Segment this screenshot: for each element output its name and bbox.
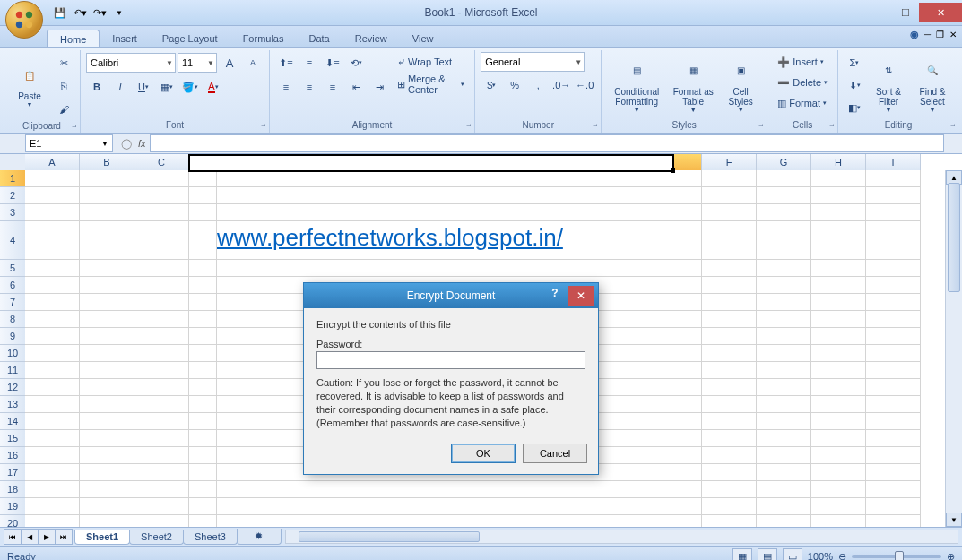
cell[interactable] [811,515,866,527]
cell[interactable] [80,170,134,187]
cell[interactable] [189,379,217,396]
cell[interactable] [866,277,921,294]
scroll-thumb[interactable] [948,183,960,292]
bold-button[interactable]: B [86,76,108,98]
cell[interactable] [811,430,866,447]
cell[interactable] [702,294,757,311]
minimize-button[interactable]: ─ [865,3,892,22]
cell[interactable] [134,447,189,464]
cell[interactable] [866,170,921,187]
percent-icon[interactable]: % [504,74,525,96]
cell[interactable] [80,187,134,204]
cell[interactable] [811,294,866,311]
fill-color-icon[interactable]: 🪣▾ [179,76,201,98]
cell[interactable] [866,413,921,430]
select-all-corner[interactable] [0,154,26,171]
increase-indent-icon[interactable]: ⇥ [368,76,390,98]
office-button[interactable] [5,1,43,39]
col-header-E[interactable]: E [217,154,702,171]
new-sheet-button[interactable]: ✹ [237,529,282,545]
cell[interactable] [80,498,134,515]
cell[interactable] [866,430,921,447]
cell[interactable] [134,379,189,396]
cell[interactable] [25,447,80,464]
cell[interactable] [134,294,189,311]
delete-cells-button[interactable]: ➖Delete▾ [773,73,832,92]
cell[interactable] [80,260,134,277]
tab-view[interactable]: View [400,30,446,47]
password-input[interactable] [316,351,585,369]
cell[interactable] [80,294,134,311]
col-header-D[interactable]: D [189,154,217,171]
paste-button[interactable]: 📋 Paste▼ [9,52,50,116]
cell[interactable] [866,311,921,328]
cell[interactable] [757,260,811,277]
find-select-button[interactable]: 🔍Find & Select▼ [912,52,953,116]
format-painter-icon[interactable]: 🖌 [53,99,74,120]
cell[interactable] [134,311,189,328]
cell[interactable] [702,260,757,277]
cell[interactable] [25,430,80,447]
cell[interactable] [866,328,921,345]
row-header-2[interactable]: 2 [0,187,26,204]
sheet-tab-sheet2[interactable]: Sheet2 [129,530,184,545]
cell[interactable] [811,464,866,481]
align-right-icon[interactable]: ≡ [322,76,343,98]
cell[interactable] [80,362,134,379]
cell[interactable] [189,204,217,221]
row-header-20[interactable]: 20 [0,515,26,527]
cell[interactable] [80,430,134,447]
tab-page-layout[interactable]: Page Layout [150,30,230,47]
border-icon[interactable]: ▦▾ [156,76,178,98]
wrap-text-button[interactable]: ⤶Wrap Text [393,52,469,72]
hscroll-thumb[interactable] [299,531,480,542]
ok-button[interactable]: OK [451,444,516,463]
row-header-10[interactable]: 10 [0,345,26,362]
zoom-level[interactable]: 100% [808,551,833,560]
cut-icon[interactable]: ✂ [53,52,74,73]
cell[interactable] [702,379,757,396]
comma-icon[interactable]: , [527,74,549,96]
restore-window-icon[interactable]: ❐ [936,30,944,39]
underline-button[interactable]: U▾ [133,76,154,98]
align-bottom-icon[interactable]: ⬇≡ [322,52,343,73]
cell[interactable] [189,345,217,362]
cell[interactable] [866,345,921,362]
cell[interactable] [189,260,217,277]
cell[interactable] [866,362,921,379]
tab-formulas[interactable]: Formulas [230,30,297,47]
cell[interactable] [757,221,811,260]
cell[interactable] [757,515,811,527]
cell[interactable] [134,430,189,447]
cell[interactable] [134,396,189,413]
cell[interactable] [866,447,921,464]
dialog-close-button[interactable]: ✕ [568,286,594,306]
dialog-titlebar[interactable]: Encrypt Document ? ✕ [304,283,598,308]
cell[interactable] [134,187,189,204]
cell[interactable] [757,464,811,481]
cell[interactable] [811,498,866,515]
close-button[interactable]: ✕ [919,3,962,22]
cell[interactable] [25,170,80,187]
sheet-prev-icon[interactable]: ◀ [21,529,39,545]
col-header-I[interactable]: I [866,154,921,171]
row-header-14[interactable]: 14 [0,413,26,430]
cell[interactable] [866,464,921,481]
cell[interactable] [866,204,921,221]
cell[interactable] [217,260,702,277]
cell[interactable] [757,187,811,204]
row-header-7[interactable]: 7 [0,294,26,311]
cell[interactable] [702,498,757,515]
cell[interactable] [134,362,189,379]
cell[interactable] [757,498,811,515]
row-header-9[interactable]: 9 [0,328,26,345]
cell[interactable] [134,481,189,498]
cell[interactable] [217,170,702,187]
cell[interactable] [80,277,134,294]
sheet-tab-sheet3[interactable]: Sheet3 [183,530,238,545]
cell[interactable] [702,204,757,221]
cell[interactable] [811,277,866,294]
insert-cells-button[interactable]: ➕Insert▾ [773,52,832,72]
cell[interactable] [702,170,757,187]
vertical-scrollbar[interactable]: ▲ ▼ [945,170,962,527]
